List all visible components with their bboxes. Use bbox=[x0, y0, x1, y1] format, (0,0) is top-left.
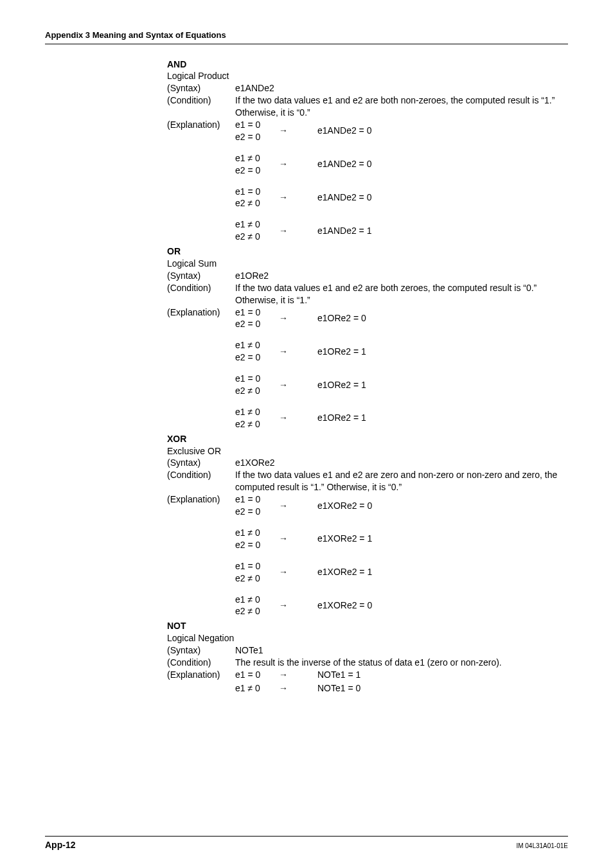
xor-e1: e1 ≠ 0 bbox=[235, 594, 279, 606]
arrow-icon: → bbox=[279, 312, 288, 324]
arrow-icon: → bbox=[279, 191, 288, 204]
page-header: Appendix 3 Meaning and Syntax of Equatio… bbox=[45, 30, 568, 41]
and-syntax-label: (Syntax) bbox=[167, 82, 235, 94]
not-row: e1 = 0 → NOTe1 = 1 bbox=[235, 669, 568, 681]
or-e1: e1 ≠ 0 bbox=[235, 339, 279, 351]
or-desc: Logical Sum bbox=[167, 258, 568, 270]
arrow-icon: → bbox=[279, 500, 288, 512]
and-row: e1 ≠ 0 e2 = 0 → e1ANDe2 = 0 bbox=[235, 152, 568, 177]
xor-e2: e2 = 0 bbox=[235, 506, 279, 518]
or-e1: e1 = 0 bbox=[235, 373, 279, 385]
or-cond: If the two data values e1 and e2 are bot… bbox=[235, 282, 568, 306]
and-e1: e1 ≠ 0 bbox=[235, 218, 279, 231]
xor-row: e1 = 0 e2 ≠ 0 → e1XORe2 = 1 bbox=[235, 560, 568, 585]
or-row: e1 ≠ 0 e2 ≠ 0 → e1ORe2 = 1 bbox=[235, 406, 568, 430]
or-e1: e1 ≠ 0 bbox=[235, 406, 279, 418]
or-result: e1ORe2 = 1 bbox=[317, 412, 568, 424]
or-row: e1 = 0 e2 ≠ 0 → e1ORe2 = 1 bbox=[235, 373, 568, 397]
or-expl-label: (Explanation) bbox=[167, 306, 235, 319]
and-e1: e1 = 0 bbox=[235, 186, 279, 198]
arrow-icon: → bbox=[279, 125, 288, 137]
not-expl-label: (Explanation) bbox=[167, 669, 235, 681]
not-title: NOT bbox=[167, 620, 568, 632]
xor-cond: If the two data values e1 and e2 are zer… bbox=[235, 469, 568, 493]
xor-row: e1 = 0 e2 = 0 → e1XORe2 = 0 bbox=[235, 493, 568, 518]
and-row: e1 ≠ 0 e2 ≠ 0 → e1ANDe2 = 1 bbox=[235, 218, 568, 243]
arrow-icon: → bbox=[279, 682, 288, 695]
not-cond: The result is the inverse of the status … bbox=[235, 657, 568, 669]
xor-e1: e1 = 0 bbox=[235, 493, 279, 506]
not-result: NOTe1 = 1 bbox=[317, 669, 568, 681]
not-row: e1 ≠ 0 → NOTe1 = 0 bbox=[235, 682, 568, 695]
footer-rule bbox=[45, 836, 568, 837]
not-cond-label: (Condition) bbox=[167, 657, 235, 669]
and-result: e1ANDe2 = 0 bbox=[317, 191, 568, 204]
and-result: e1ANDe2 = 1 bbox=[317, 225, 568, 237]
and-e2: e2 ≠ 0 bbox=[235, 197, 279, 209]
xor-result: e1XORe2 = 1 bbox=[317, 533, 568, 545]
arrow-icon: → bbox=[279, 566, 288, 578]
and-cond-label: (Condition) bbox=[167, 94, 235, 107]
and-e2: e2 ≠ 0 bbox=[235, 231, 279, 243]
xor-cond-label: (Condition) bbox=[167, 469, 235, 481]
not-syntax: NOTe1 bbox=[235, 644, 568, 657]
and-e2: e2 = 0 bbox=[235, 164, 279, 177]
xor-syntax: e1XORe2 bbox=[235, 457, 568, 469]
arrow-icon: → bbox=[279, 225, 288, 237]
xor-expl-label: (Explanation) bbox=[167, 493, 235, 506]
arrow-icon: → bbox=[279, 533, 288, 545]
xor-syntax-label: (Syntax) bbox=[167, 457, 235, 469]
arrow-icon: → bbox=[279, 599, 288, 612]
xor-e2: e2 ≠ 0 bbox=[235, 605, 279, 617]
and-row: e1 = 0 e2 ≠ 0 → e1ANDe2 = 0 bbox=[235, 186, 568, 210]
xor-e2: e2 = 0 bbox=[235, 539, 279, 551]
and-e1: e1 = 0 bbox=[235, 119, 279, 131]
or-e2: e2 = 0 bbox=[235, 318, 279, 330]
xor-result: e1XORe2 = 0 bbox=[317, 500, 568, 512]
or-syntax: e1ORe2 bbox=[235, 270, 568, 282]
not-result: NOTe1 = 0 bbox=[317, 682, 568, 695]
not-e1: e1 = 0 bbox=[235, 669, 279, 681]
or-syntax-label: (Syntax) bbox=[167, 270, 235, 282]
doc-id: IM 04L31A01-01E bbox=[516, 842, 568, 851]
or-title: OR bbox=[167, 245, 568, 258]
and-row: e1 = 0 e2 = 0 → e1ANDe2 = 0 bbox=[235, 119, 568, 143]
or-e2: e2 = 0 bbox=[235, 351, 279, 364]
or-e2: e2 ≠ 0 bbox=[235, 418, 279, 430]
or-e1: e1 = 0 bbox=[235, 306, 279, 319]
and-syntax: e1ANDe2 bbox=[235, 82, 568, 94]
and-cond: If the two data values e1 and e2 are bot… bbox=[235, 94, 568, 119]
xor-desc: Exclusive OR bbox=[167, 445, 568, 457]
not-desc: Logical Negation bbox=[167, 632, 568, 644]
xor-row: e1 ≠ 0 e2 = 0 → e1XORe2 = 1 bbox=[235, 527, 568, 551]
xor-result: e1XORe2 = 1 bbox=[317, 566, 568, 578]
or-row: e1 ≠ 0 e2 = 0 → e1ORe2 = 1 bbox=[235, 339, 568, 364]
arrow-icon: → bbox=[279, 158, 288, 170]
page-number: App-12 bbox=[45, 839, 75, 851]
and-e2: e2 = 0 bbox=[235, 131, 279, 143]
xor-e1: e1 = 0 bbox=[235, 560, 279, 572]
xor-title: XOR bbox=[167, 433, 568, 445]
and-expl-label: (Explanation) bbox=[167, 119, 235, 131]
not-syntax-label: (Syntax) bbox=[167, 644, 235, 657]
or-result: e1ORe2 = 1 bbox=[317, 346, 568, 358]
or-row: e1 = 0 e2 = 0 → e1ORe2 = 0 bbox=[235, 306, 568, 331]
and-desc: Logical Product bbox=[167, 70, 568, 82]
header-rule bbox=[45, 44, 568, 44]
arrow-icon: → bbox=[279, 346, 288, 358]
not-e1: e1 ≠ 0 bbox=[235, 682, 279, 695]
xor-e2: e2 ≠ 0 bbox=[235, 572, 279, 585]
arrow-icon: → bbox=[279, 669, 288, 681]
or-e2: e2 ≠ 0 bbox=[235, 385, 279, 397]
and-title: AND bbox=[167, 58, 568, 71]
or-cond-label: (Condition) bbox=[167, 282, 235, 294]
xor-e1: e1 ≠ 0 bbox=[235, 527, 279, 539]
or-result: e1ORe2 = 1 bbox=[317, 379, 568, 391]
arrow-icon: → bbox=[279, 412, 288, 424]
or-result: e1ORe2 = 0 bbox=[317, 312, 568, 324]
arrow-icon: → bbox=[279, 379, 288, 391]
xor-result: e1XORe2 = 0 bbox=[317, 599, 568, 612]
and-result: e1ANDe2 = 0 bbox=[317, 125, 568, 137]
and-e1: e1 ≠ 0 bbox=[235, 152, 279, 164]
and-result: e1ANDe2 = 0 bbox=[317, 158, 568, 170]
